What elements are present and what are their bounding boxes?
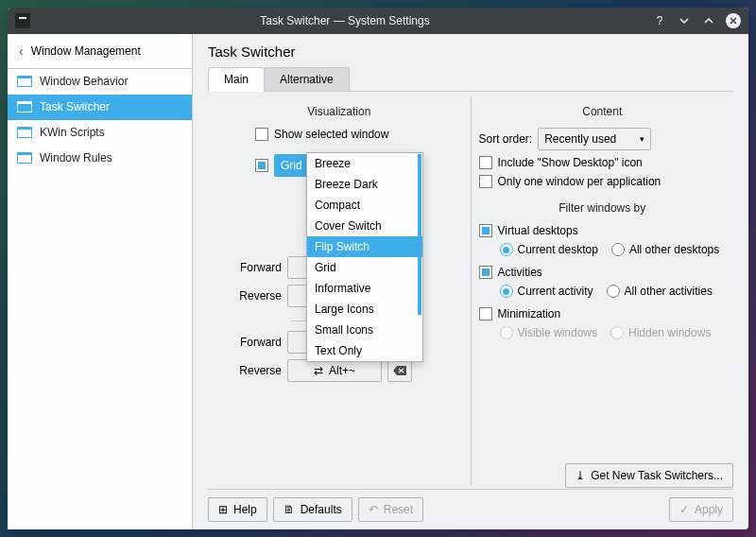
- window-title: Task Switcher — System Settings: [38, 14, 652, 27]
- window-icon: [17, 76, 32, 87]
- visualization-title: Visualization: [215, 105, 463, 118]
- option-small-icons[interactable]: Small Icons: [307, 320, 422, 340]
- apply-button[interactable]: ✓Apply: [669, 497, 733, 522]
- current-activity-radio[interactable]: [500, 285, 513, 298]
- option-breeze[interactable]: Breeze: [307, 153, 422, 174]
- current-desktop-radio[interactable]: [500, 243, 513, 256]
- option-grid[interactable]: Grid: [307, 257, 422, 278]
- check-icon: ✓: [679, 503, 689, 516]
- chevron-left-icon: ‹: [19, 43, 24, 59]
- reverse-label-2: Reverse: [215, 364, 282, 377]
- include-show-desktop-checkbox[interactable]: [479, 156, 492, 169]
- reverse-label-1: Reverse: [215, 289, 282, 303]
- maximize-icon[interactable]: [701, 13, 716, 28]
- swap-icon: ⇄: [314, 364, 323, 377]
- sidebar-back[interactable]: ‹ Window Management: [8, 34, 192, 69]
- close-icon[interactable]: [726, 13, 741, 28]
- option-text-only[interactable]: Text Only: [307, 340, 422, 361]
- sidebar: ‹ Window Management Window Behavior Task…: [8, 34, 193, 529]
- help-button[interactable]: ⊞Help: [208, 497, 267, 522]
- app-icon: [15, 13, 30, 28]
- content-title: Content: [479, 105, 727, 118]
- reset-button[interactable]: ↶Reset: [358, 497, 423, 522]
- defaults-button[interactable]: 🗎Defaults: [273, 497, 352, 522]
- tab-main[interactable]: Main: [208, 67, 265, 92]
- option-compact[interactable]: Compact: [307, 195, 422, 216]
- virtual-desktops-checkbox[interactable]: [479, 224, 492, 237]
- help-icon[interactable]: ?: [652, 13, 667, 28]
- window-icon: [17, 152, 32, 164]
- window-icon: [17, 101, 32, 113]
- forward-label-1: Forward: [215, 261, 282, 274]
- activities-checkbox[interactable]: [479, 266, 492, 279]
- option-informative[interactable]: Informative: [307, 278, 422, 299]
- titlebar: Task Switcher — System Settings ?: [8, 8, 748, 34]
- backspace-icon: [393, 366, 406, 375]
- sort-order-label: Sort order:: [479, 132, 533, 146]
- visible-windows-radio: [500, 326, 513, 339]
- effect-enabled-checkbox[interactable]: [255, 159, 268, 172]
- shortcut-reverse-2[interactable]: ⇄Alt+~: [287, 359, 382, 382]
- option-large-icons[interactable]: Large Icons: [307, 299, 422, 320]
- sidebar-item-task-switcher[interactable]: Task Switcher: [8, 95, 192, 120]
- effect-dropdown-list[interactable]: Breeze Breeze Dark Compact Cover Switch …: [306, 152, 423, 362]
- option-cover-switch[interactable]: Cover Switch: [307, 216, 422, 236]
- minimize-icon[interactable]: [677, 13, 692, 28]
- svg-rect-1: [19, 17, 26, 19]
- one-per-app-checkbox[interactable]: [479, 175, 492, 188]
- forward-label-2: Forward: [215, 336, 282, 349]
- sidebar-item-kwin-scripts[interactable]: KWin Scripts: [8, 120, 192, 146]
- sidebar-item-window-behavior[interactable]: Window Behavior: [8, 69, 192, 95]
- tab-bar: Main Alternative: [208, 67, 733, 92]
- hidden-windows-radio: [610, 326, 624, 339]
- minimization-checkbox[interactable]: [479, 307, 492, 320]
- show-selected-label: Show selected window: [274, 128, 388, 141]
- sidebar-heading: Window Management: [31, 44, 141, 58]
- dropdown-scrollbar[interactable]: [418, 154, 421, 315]
- sort-order-dropdown[interactable]: Recently used ▾: [538, 128, 651, 150]
- clear-shortcut-4[interactable]: [387, 359, 412, 382]
- all-other-desktops-radio[interactable]: [611, 243, 625, 256]
- tab-alternative[interactable]: Alternative: [264, 67, 350, 91]
- sidebar-item-window-rules[interactable]: Window Rules: [8, 146, 192, 171]
- option-breeze-dark[interactable]: Breeze Dark: [307, 174, 422, 195]
- window-icon: [17, 127, 32, 138]
- get-new-button[interactable]: ⤓ Get New Task Switchers...: [565, 463, 733, 488]
- chevron-down-icon: ▾: [640, 134, 644, 144]
- filter-title: Filter windows by: [479, 201, 727, 215]
- page-title: Task Switcher: [208, 43, 733, 60]
- option-flip-switch[interactable]: Flip Switch: [307, 236, 422, 257]
- undo-icon: ↶: [369, 503, 378, 516]
- all-other-activities-radio[interactable]: [607, 285, 620, 298]
- help-icon: ⊞: [218, 503, 228, 516]
- document-icon: 🗎: [284, 503, 295, 516]
- show-selected-checkbox[interactable]: [255, 128, 268, 141]
- download-icon: ⤓: [576, 469, 585, 482]
